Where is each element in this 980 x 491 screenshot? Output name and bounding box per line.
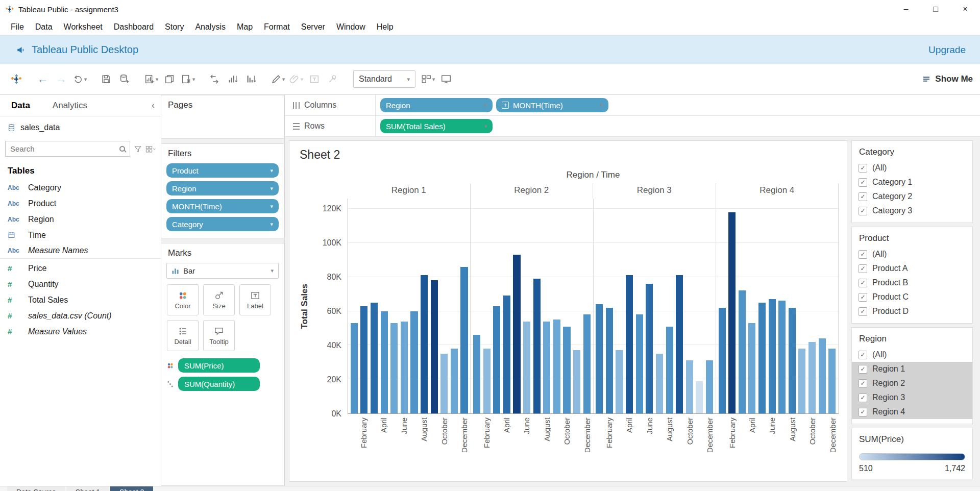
filter-item-region-1[interactable]: ✓Region 1 xyxy=(852,362,972,376)
save-button[interactable] xyxy=(97,68,115,90)
plot-area[interactable] xyxy=(348,199,839,414)
bar-region-3-january[interactable] xyxy=(596,304,603,413)
new-worksheet-button[interactable]: ▾ xyxy=(142,68,160,90)
datasource-item[interactable]: sales_data xyxy=(0,116,161,139)
bar-region-4-december[interactable] xyxy=(828,349,836,413)
presentation-mode-button[interactable] xyxy=(437,68,455,90)
rows-shelf-content[interactable]: SUM(Total Sales)▾ xyxy=(376,116,980,136)
bar-region-4-june[interactable] xyxy=(769,299,776,413)
mark-pill-sum-quantity[interactable]: SUM(Quantity) xyxy=(178,377,260,391)
maximize-button[interactable]: □ xyxy=(921,0,950,18)
bar-region-1-december[interactable] xyxy=(460,267,468,413)
menu-data[interactable]: Data xyxy=(30,20,58,34)
close-button[interactable]: × xyxy=(950,0,980,18)
menu-format[interactable]: Format xyxy=(258,20,296,34)
bar-region-3-august[interactable] xyxy=(666,327,673,413)
filter-item-product-b[interactable]: ✓Product B xyxy=(852,276,972,290)
bar-region-4-may[interactable] xyxy=(758,303,766,413)
checkbox-icon[interactable]: ✓ xyxy=(859,178,867,187)
checkbox-icon[interactable]: ✓ xyxy=(859,394,867,402)
bar-region-1-april[interactable] xyxy=(381,311,388,413)
bar-region-2-november[interactable] xyxy=(573,350,580,413)
filter-pill-month-time[interactable]: MONTH(Time)▾ xyxy=(166,199,279,213)
new-datasource-button[interactable] xyxy=(115,68,134,90)
field-time[interactable]: Time xyxy=(0,227,161,243)
filter-item-all[interactable]: ✓(All) xyxy=(852,348,972,362)
bar-region-1-june[interactable] xyxy=(401,322,408,413)
show-mark-labels-button[interactable] xyxy=(305,68,324,90)
bar-region-4-august[interactable] xyxy=(789,308,796,413)
checkbox-icon[interactable]: ✓ xyxy=(859,379,867,388)
bar-region-3-march[interactable] xyxy=(616,350,623,413)
checkbox-icon[interactable]: ✓ xyxy=(859,351,867,359)
upgrade-link[interactable]: Upgrade xyxy=(928,44,966,56)
menu-window[interactable]: Window xyxy=(331,20,371,34)
bar-region-1-january[interactable] xyxy=(351,323,358,413)
sort-ascending-button[interactable] xyxy=(224,68,242,90)
menu-help[interactable]: Help xyxy=(371,20,399,34)
filter-item-region-4[interactable]: ✓Region 4 xyxy=(852,405,972,419)
bar-region-1-october[interactable] xyxy=(440,354,448,413)
minimize-button[interactable]: – xyxy=(891,0,921,18)
group-members-button[interactable]: ▾ xyxy=(287,68,305,90)
mark-pill-sum-price[interactable]: SUM(Price) xyxy=(178,358,260,373)
size-button[interactable]: Size xyxy=(203,284,235,315)
bar-region-1-july[interactable] xyxy=(410,311,418,413)
bar-region-4-april[interactable] xyxy=(748,323,755,413)
tooltip-button[interactable]: Tooltip xyxy=(203,320,235,351)
filter-item-all[interactable]: ✓(All) xyxy=(852,247,972,261)
tab-analytics[interactable]: Analytics xyxy=(41,95,99,116)
checkbox-icon[interactable]: ✓ xyxy=(859,192,867,201)
bar-region-4-september[interactable] xyxy=(798,349,805,413)
show-me-button[interactable]: Show Me xyxy=(922,74,973,84)
filter-funnel-icon[interactable] xyxy=(134,145,142,153)
fit-selector[interactable]: Standard ▾ xyxy=(353,70,415,88)
sheet-tab-data-source[interactable]: Data Source xyxy=(7,486,65,491)
checkbox-icon[interactable]: ✓ xyxy=(859,408,867,416)
bar-region-1-march[interactable] xyxy=(371,303,378,413)
bar-region-3-december[interactable] xyxy=(706,360,713,413)
bar-region-3-october[interactable] xyxy=(686,360,693,413)
bar-region-2-july[interactable] xyxy=(533,279,541,413)
bar-region-3-november[interactable] xyxy=(696,381,703,413)
bar-region-4-february[interactable] xyxy=(728,212,736,413)
filter-item-region-2[interactable]: ✓Region 2 xyxy=(852,376,972,390)
field-product[interactable]: AbcProduct xyxy=(0,195,161,211)
bar-region-2-september[interactable] xyxy=(553,320,560,413)
field-region[interactable]: AbcRegion xyxy=(0,211,161,227)
search-input[interactable] xyxy=(10,144,119,153)
menu-analysis[interactable]: Analysis xyxy=(189,20,231,34)
bar-region-4-january[interactable] xyxy=(719,308,726,413)
bar-region-2-january[interactable] xyxy=(473,335,480,413)
filter-item-product-a[interactable]: ✓Product A xyxy=(852,261,972,276)
sheet-tab-sheet-2[interactable]: Sheet 2 xyxy=(110,486,153,491)
label-button[interactable]: Label xyxy=(239,284,271,315)
bar-region-2-december[interactable] xyxy=(583,314,591,413)
bar-region-2-october[interactable] xyxy=(563,327,570,413)
shelf-pill-sum-total-sales[interactable]: SUM(Total Sales)▾ xyxy=(380,119,493,133)
tableau-logo-icon[interactable] xyxy=(7,68,26,90)
menu-server[interactable]: Server xyxy=(296,20,331,34)
field-measure-names[interactable]: AbcMeasure Names xyxy=(0,243,161,259)
undo-button[interactable]: ← xyxy=(34,68,52,90)
bar-region-1-november[interactable] xyxy=(451,349,458,413)
bar-region-2-april[interactable] xyxy=(503,296,510,413)
filter-item-product-d[interactable]: ✓Product D xyxy=(852,304,972,318)
replay-button[interactable]: ▾ xyxy=(70,68,89,90)
menu-story[interactable]: Story xyxy=(159,20,189,34)
color-gradient-bar[interactable] xyxy=(859,453,965,460)
checkbox-icon[interactable]: ✓ xyxy=(859,207,867,215)
bar-region-4-october[interactable] xyxy=(808,342,816,413)
highlight-button[interactable]: ▾ xyxy=(268,68,287,90)
filter-pill-region[interactable]: Region▾ xyxy=(166,181,279,195)
field-sales-data-csv-count[interactable]: #sales_data.csv (Count) xyxy=(0,308,161,324)
swap-rows-columns-button[interactable] xyxy=(205,68,224,90)
bar-region-1-september[interactable] xyxy=(431,280,438,413)
bar-region-1-february[interactable] xyxy=(360,306,368,414)
menu-file[interactable]: File xyxy=(5,20,30,34)
field-price[interactable]: #Price xyxy=(0,260,161,276)
bar-region-1-may[interactable] xyxy=(390,323,398,413)
field-category[interactable]: AbcCategory xyxy=(0,180,161,195)
bar-region-3-may[interactable] xyxy=(636,314,643,413)
filter-item-category-1[interactable]: ✓Category 1 xyxy=(852,175,972,189)
